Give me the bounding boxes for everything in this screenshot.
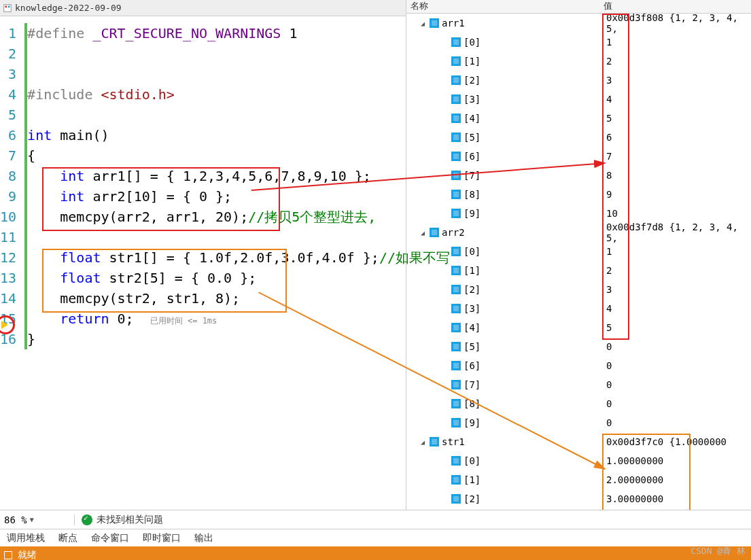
code-line[interactable]: float str2[5] = { 0.0 }; <box>27 268 450 288</box>
variable-icon <box>451 209 461 218</box>
watch-row[interactable]: [2]3.00000000 <box>406 489 751 508</box>
file-tab[interactable]: knowledge-2022-09-09 <box>0 0 406 16</box>
watch-var-name: [6] <box>464 360 481 371</box>
watch-body[interactable]: ◢arr10x00d3f808 {1, 2, 3, 4, 5,[0]1[1]2[… <box>406 14 751 510</box>
watch-var-value: 5 <box>604 113 751 124</box>
variable-icon <box>451 323 461 332</box>
code-line[interactable]: memcpy(arr2, arr1, 20);//拷贝5个整型进去, <box>27 207 450 227</box>
panel-tab[interactable]: 即时窗口 <box>136 532 188 544</box>
variable-icon <box>451 285 461 294</box>
watch-row[interactable]: [1]2.00000000 <box>406 470 751 489</box>
watch-row[interactable]: ◢arr10x00d3f808 {1, 2, 3, 4, 5, <box>406 14 751 33</box>
variable-icon <box>451 456 461 466</box>
code-editor[interactable]: 12345678910111213141516 #define _CRT_SEC… <box>0 16 406 510</box>
watch-row[interactable]: [0]1 <box>406 33 751 52</box>
watch-var-name: [0] <box>464 37 481 48</box>
panel-tab[interactable]: 调用堆栈 <box>0 532 52 544</box>
status-bar: 就绪 <box>0 546 751 560</box>
watch-header: 名称 值 <box>406 0 751 14</box>
panel-tab[interactable]: 断点 <box>52 532 84 544</box>
watch-row[interactable]: [1]2 <box>406 261 751 280</box>
variable-icon <box>451 418 461 427</box>
watch-var-value: 1 <box>604 37 751 48</box>
code-line[interactable]: float str1[] = { 1.0f,2.0f,3.0f,4.0f };/… <box>27 247 450 268</box>
watch-var-name: [7] <box>464 379 481 390</box>
watch-row[interactable]: [4]5 <box>406 109 751 128</box>
variable-icon <box>451 399 461 408</box>
expand-icon[interactable]: ◢ <box>419 20 427 27</box>
watch-var-value: 1.00000000 <box>604 455 751 466</box>
line-number: 14 <box>0 288 16 309</box>
watch-row[interactable]: [6]0 <box>406 356 751 375</box>
watch-row[interactable]: [1]2 <box>406 52 751 71</box>
code-line[interactable]: #include <stdio.h> <box>27 84 450 105</box>
panel-tab[interactable]: 命令窗口 <box>84 532 136 544</box>
watch-row[interactable]: [3]4 <box>406 90 751 109</box>
watch-row[interactable]: [2]3 <box>406 280 751 299</box>
line-number: 13 <box>0 268 16 288</box>
code-line[interactable]: #define _CRT_SECURE_NO_WARNINGS 1 <box>27 23 450 43</box>
panel-tab[interactable]: 输出 <box>188 532 220 544</box>
code-line[interactable]: return 0; 已用时间 <= 1ms <box>27 309 450 329</box>
code-line[interactable]: int arr2[10] = { 0 }; <box>27 186 450 207</box>
variable-icon <box>451 171 461 180</box>
zoom-dropdown[interactable]: 86 % ▼ <box>0 514 75 525</box>
svg-rect-0 <box>4 4 12 12</box>
variable-icon <box>451 475 461 485</box>
line-number: 5 <box>0 105 16 125</box>
watch-var-name: [2] <box>464 284 481 295</box>
watermark: CSDN @青 林 <box>691 545 746 557</box>
file-icon <box>3 3 12 13</box>
watch-var-name: [8] <box>464 189 481 200</box>
watch-row[interactable]: [3]4.00000000 <box>406 508 751 510</box>
code-line[interactable]: int main() <box>27 125 450 145</box>
watch-header-value[interactable]: 值 <box>604 0 612 13</box>
variable-icon <box>451 304 461 313</box>
variable-icon <box>451 133 461 142</box>
watch-row[interactable]: [2]3 <box>406 71 751 90</box>
line-number: 9 <box>0 186 16 207</box>
expand-icon[interactable]: ◢ <box>419 438 427 446</box>
code-line[interactable] <box>27 227 450 247</box>
code-line[interactable] <box>27 105 450 125</box>
watch-var-name: [4] <box>464 113 481 124</box>
issues-status[interactable]: 未找到相关问题 <box>75 514 163 526</box>
code-line[interactable]: memcpy(str2, str1, 8); <box>27 288 450 309</box>
watch-var-name: [7] <box>464 170 481 181</box>
watch-var-name: [3] <box>464 94 481 105</box>
code-line[interactable] <box>27 43 450 64</box>
watch-row[interactable]: [8]0 <box>406 394 751 413</box>
watch-row[interactable]: [4]5 <box>406 318 751 337</box>
line-number: 12 <box>0 247 16 268</box>
watch-row[interactable]: [9]0 <box>406 413 751 432</box>
code-line[interactable]: int arr1[] = { 1,2,3,4,5,6,7,8,9,10 }; <box>27 166 450 186</box>
line-number: 2 <box>0 43 16 64</box>
variable-icon <box>430 437 439 447</box>
watch-header-name[interactable]: 名称 <box>406 0 604 13</box>
expand-icon[interactable]: ◢ <box>419 229 427 237</box>
variable-icon <box>451 94 461 104</box>
code-line[interactable]: { <box>27 145 450 166</box>
watch-row[interactable]: [0]1.00000000 <box>406 451 751 470</box>
watch-var-value: 10 <box>604 208 751 219</box>
watch-row[interactable]: ◢str10x00d3f7c0 {1.0000000 <box>406 432 751 451</box>
watch-row[interactable]: [8]9 <box>406 185 751 204</box>
watch-row[interactable]: ◢arr20x00d3f7d8 {1, 2, 3, 4, 5, <box>406 223 751 242</box>
line-number-gutter: 12345678910111213141516 <box>0 16 23 510</box>
watch-row[interactable]: [7]8 <box>406 166 751 185</box>
watch-row[interactable]: [7]0 <box>406 375 751 394</box>
watch-row[interactable]: [3]4 <box>406 299 751 318</box>
watch-row[interactable]: [9]10 <box>406 204 751 223</box>
watch-var-name: [6] <box>464 151 481 162</box>
code-line[interactable]: } <box>27 329 450 349</box>
watch-var-name: [1] <box>464 56 481 67</box>
variable-icon <box>451 56 461 66</box>
watch-var-value: 2 <box>604 56 751 67</box>
watch-row[interactable]: [0]1 <box>406 242 751 261</box>
code-line[interactable] <box>27 64 450 84</box>
watch-row[interactable]: [5]6 <box>406 128 751 147</box>
watch-row[interactable]: [6]7 <box>406 147 751 166</box>
stop-icon[interactable] <box>4 551 12 559</box>
watch-row[interactable]: [5]0 <box>406 337 751 356</box>
code-body[interactable]: #define _CRT_SECURE_NO_WARNINGS 1#includ… <box>27 16 450 510</box>
